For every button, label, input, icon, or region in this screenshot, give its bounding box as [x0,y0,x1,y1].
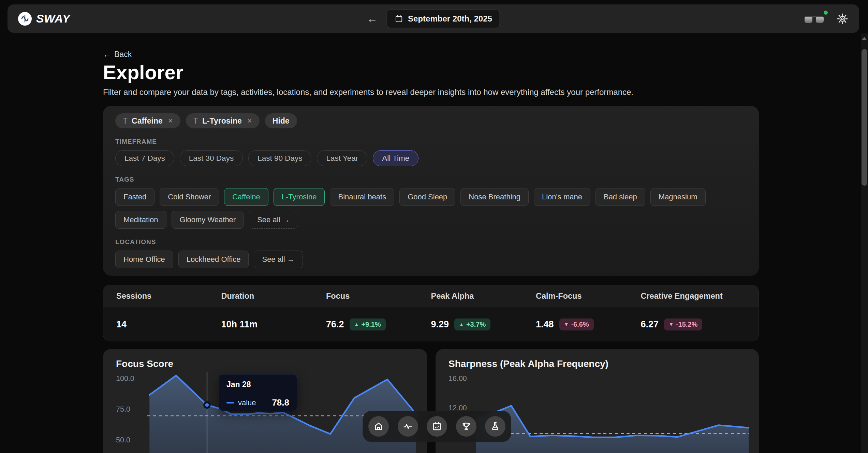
stat-delta-badge-peak-alpha: ▲+3.7% [454,318,490,330]
page-scrollbar-track[interactable] [861,33,868,453]
filter-chips-row: TCaffeine×TL-Tyrosine×Hide [115,113,747,128]
glasses-left-lens [805,16,812,23]
tag-binaural-beats[interactable]: Binaural beats [330,188,394,206]
stat-delta-text: +9.1% [361,321,381,328]
stat-cell-duration: 10h 11m [221,319,326,330]
locations-see-all-button[interactable]: See all → [254,251,303,268]
sharpness-chart-title: Sharpness (Peak Alpha Frequency) [448,358,608,369]
tag-good-sleep[interactable]: Good Sleep [399,188,455,206]
tag-gloomy-weather[interactable]: Gloomy Weather [172,211,244,229]
chip-type-prefix: T [123,116,128,126]
tag-fasted[interactable]: Fasted [115,188,155,206]
stat-delta-badge-calm-focus: ▼-6.6% [559,318,594,330]
timeframe-last-7-days[interactable]: Last 7 Days [115,150,174,166]
locations-row: Home OfficeLockheed OfficeSee all → [115,251,747,268]
ytick-500: 50.0 [116,436,147,444]
location-lockheed-office[interactable]: Lockheed Office [178,251,249,268]
tag-magnesium[interactable]: Magnesium [650,188,706,206]
activity-icon [402,421,413,432]
chip-label: Caffeine [132,116,163,126]
activity-nav-button[interactable] [398,416,418,437]
stat-value-calm-focus: 1.48 [536,319,554,330]
page-subtitle: Filter and compare your data by tags, ac… [103,87,633,97]
stats-values-row: 1410h 11m76.2▲+9.1%9.29▲+3.7%1.48▼-6.6%6… [103,307,759,341]
stat-cell-creative-engagement: 6.27▼-15.2% [641,318,746,330]
tag-meditation[interactable]: Meditation [115,211,166,229]
focus-score-chart-title: Focus Score [116,358,173,369]
back-link[interactable]: ← Back [103,50,132,59]
tags-see-all-button[interactable]: See all → [249,211,298,229]
active-filter-chip-l-tyrosine[interactable]: TL-Tyrosine× [186,113,260,128]
tag-lion-s-mane[interactable]: Lion's mane [534,188,590,206]
calendar-nav-button[interactable] [427,416,447,437]
timeframe-last-year[interactable]: Last Year [317,150,367,166]
ytick-1600: 16.00 [448,374,479,383]
chart-tooltip: Jan 28 value 78.8 [219,374,297,411]
stat-delta-badge-creative-engagement: ▼-15.2% [664,318,702,330]
tooltip-date: Jan 28 [226,380,289,389]
tag-cold-shower[interactable]: Cold Shower [160,188,219,206]
stat-cell-sessions: 14 [116,319,221,330]
header-back-arrow-icon[interactable]: ← [367,13,378,24]
sway-sine-logo-icon [18,12,32,26]
tag-bad-sleep[interactable]: Bad sleep [595,188,645,206]
scrollbar-thumb[interactable] [862,49,867,186]
chip-remove-icon[interactable]: × [168,116,173,126]
timeframe-all-time[interactable]: All Time [373,150,418,166]
timeframe-last-30-days[interactable]: Last 30 Days [180,150,243,166]
tag-l-tyrosine[interactable]: L-Tyrosine [274,188,325,206]
stat-delta-badge-focus: ▲+9.1% [350,318,386,330]
explorer-page: SWAY ← September 20th, 2025 [0,0,868,453]
active-filter-chip-caffeine[interactable]: TCaffeine× [115,113,180,128]
tag-nose-breathing[interactable]: Nose Breathing [460,188,529,206]
stat-header-peak-alpha: Peak Alpha [431,292,536,301]
stat-value-sessions: 14 [116,319,127,330]
glasses-device-icon[interactable] [805,15,824,23]
tags-section-label: TAGS [115,176,747,183]
down-triangle-icon: ▼ [669,322,674,327]
stat-header-calm-focus: Calm-Focus [536,292,641,301]
stat-header-sessions: Sessions [116,292,221,301]
stat-value-duration: 10h 11m [221,319,258,330]
floating-bottom-nav [363,411,511,442]
stat-value-creative-engagement: 6.27 [641,319,659,330]
stat-cell-focus: 76.2▲+9.1% [326,318,431,330]
connection-status-dot [824,11,828,15]
date-picker-button[interactable]: September 20th, 2025 [386,10,500,28]
timeframe-last-90-days[interactable]: Last 90 Days [248,150,311,166]
back-arrow-icon: ← [103,50,111,59]
glasses-right-lens [816,16,824,23]
calendar-icon [431,421,442,432]
ytick-1000: 100.0 [116,374,147,383]
flask-icon [490,421,501,432]
chip-type-prefix: T [193,116,198,126]
home-icon [373,421,384,432]
location-home-office[interactable]: Home Office [115,251,173,268]
stat-delta-text: -6.6% [571,321,589,328]
tooltip-series-swatch [226,402,234,404]
stat-header-duration: Duration [221,292,326,301]
hide-filters-chip[interactable]: Hide [265,113,297,128]
tag-caffeine[interactable]: Caffeine [224,188,268,206]
brand-name: SWAY [36,12,70,25]
stat-cell-peak-alpha: 9.29▲+3.7% [431,318,536,330]
chip-remove-icon[interactable]: × [247,116,252,126]
page-title: Explorer [103,61,183,84]
filter-card: TCaffeine×TL-Tyrosine×Hide TIMEFRAME Las… [103,106,759,276]
stat-cell-calm-focus: 1.48▼-6.6% [536,318,641,330]
chip-label: L-Tyrosine [202,116,242,126]
area-fill [476,406,749,453]
tooltip-series-label: value [238,398,256,407]
stat-delta-text: +3.7% [466,321,486,328]
trophy-nav-button[interactable] [456,416,476,437]
flask-nav-button[interactable] [485,416,505,437]
tooltip-divider [226,393,289,393]
locations-section-label: LOCATIONS [115,238,747,246]
home-nav-button[interactable] [368,416,389,437]
settings-gear-icon[interactable] [836,12,849,25]
scrollbar-up-arrow[interactable] [862,37,867,40]
brand-logo[interactable]: SWAY [18,12,70,26]
stats-header-row: SessionsDurationFocusPeak AlphaCalm-Focu… [103,285,759,307]
stat-header-creative-engagement: Creative Engagement [641,292,746,301]
cursor-dot [204,402,210,408]
